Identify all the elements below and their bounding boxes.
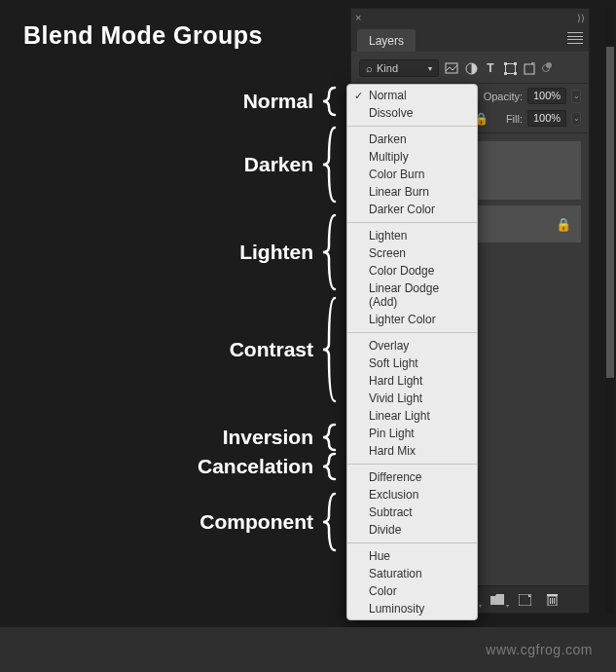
blend-mode-item[interactable]: Normal [347,87,477,104]
filter-toggle-icon[interactable] [542,64,550,72]
blend-mode-item[interactable]: Screen [347,244,477,262]
scrollbar[interactable] [606,8,614,614]
blend-mode-menu: NormalDissolveDarkenMultiplyColor BurnLi… [346,84,478,620]
svg-rect-13 [547,594,558,596]
svg-rect-5 [504,72,507,75]
blend-mode-item[interactable]: Color Burn [347,166,477,183]
filter-type-icon[interactable]: T [484,61,497,75]
blend-mode-item[interactable]: Subtract [347,504,477,521]
brace-icon [321,126,337,204]
menu-separator [347,332,477,333]
group-label: Cancelation [187,455,313,478]
blend-mode-item[interactable]: Lighter Color [347,311,477,328]
blend-mode-item[interactable]: Divide [347,521,477,539]
new-layer-icon[interactable] [518,593,531,607]
blend-mode-item[interactable]: Color [347,582,477,600]
group-label: Normal [187,90,313,113]
brace-icon [321,296,337,403]
filter-row: ⌕Kind ▾ T [351,52,589,84]
menu-separator [347,464,477,465]
blend-mode-item[interactable]: Dissolve [347,104,477,122]
filter-pixel-icon[interactable] [445,61,458,75]
svg-rect-6 [514,72,517,75]
search-icon: ⌕ [366,62,373,74]
group-label: Inversion [187,426,313,449]
svg-rect-4 [514,62,517,65]
brace-icon [321,492,337,552]
trash-icon[interactable] [545,593,559,607]
blend-mode-item[interactable]: Hard Mix [347,442,477,460]
brace-icon [321,213,337,291]
menu-separator [347,222,477,223]
blend-mode-item[interactable]: Darken [347,131,477,148]
filter-smart-icon[interactable] [523,61,536,75]
filter-adjustment-icon[interactable] [464,61,478,75]
group-label: Lighten [187,241,313,264]
group-label: Contrast [187,338,313,361]
blend-mode-item[interactable]: Hard Light [347,372,477,390]
blend-mode-item[interactable]: Exclusion [347,486,477,504]
blend-mode-item[interactable]: Lighten [347,227,477,244]
panel-header: × ⟩⟩ [351,9,589,26]
svg-rect-3 [504,62,507,65]
blend-mode-item[interactable]: Darker Color [347,201,477,218]
opacity-chevron[interactable]: ⌄ [571,90,581,103]
blend-mode-item[interactable]: Saturation [347,565,477,582]
group-label: Component [187,510,313,534]
group-label: Darken [187,153,313,176]
page-title: Blend Mode Groups [23,21,263,50]
panel-menu-icon[interactable] [567,32,583,44]
blend-mode-item[interactable]: Color Dodge [347,262,477,280]
brace-icon [321,452,337,481]
blend-mode-item[interactable]: Difference [347,468,477,486]
blend-mode-item[interactable]: Vivid Light [347,390,477,407]
blend-mode-item[interactable]: Linear Dodge (Add) [347,280,477,311]
blend-mode-item[interactable]: Hue [347,547,477,565]
blend-mode-item[interactable]: Linear Burn [347,183,477,201]
brace-icon [321,423,337,452]
brace-icon [321,86,337,117]
kind-dropdown[interactable]: ⌕Kind ▾ [359,59,439,77]
fill-value[interactable]: 100% [527,110,566,127]
chevron-down-icon: ▾ [428,64,432,73]
svg-rect-0 [446,63,457,73]
tab-layers[interactable]: Layers [357,29,416,52]
menu-separator [347,542,477,543]
fill-label: Fill: [506,113,523,125]
layer-lock-icon: 🔒 [556,217,571,232]
blend-mode-item[interactable]: Overlay [347,337,477,355]
tab-row: Layers [351,26,589,52]
opacity-value[interactable]: 100% [527,88,566,104]
folder-icon[interactable]: ▾ [490,593,504,607]
blend-mode-item[interactable]: Linear Light [347,407,477,425]
scrollbar-thumb[interactable] [606,47,614,378]
menu-separator [347,126,477,127]
collapse-icon[interactable]: ⟩⟩ [577,13,585,23]
blend-mode-item[interactable]: Multiply [347,148,477,166]
close-icon[interactable]: × [355,12,361,23]
filter-shape-icon[interactable] [503,61,517,75]
opacity-label: Opacity: [484,91,523,102]
blend-mode-item[interactable]: Pin Light [347,425,477,442]
blend-mode-item[interactable]: Luminosity [347,600,477,617]
svg-rect-7 [525,64,534,74]
blend-mode-item[interactable]: Soft Light [347,355,477,372]
fill-chevron[interactable]: ⌄ [571,112,581,126]
footer: www.cgfrog.com [0,627,616,672]
